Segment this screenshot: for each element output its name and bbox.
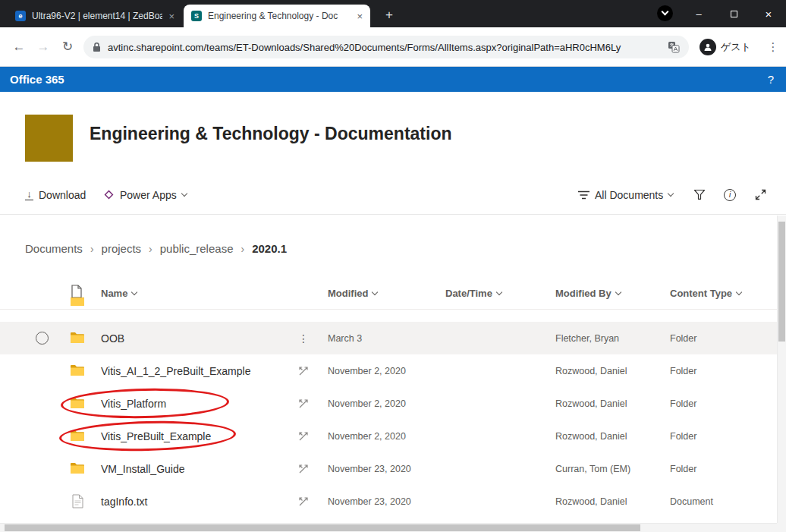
modified-by-value: Rozwood, Daniel xyxy=(555,420,627,452)
browser-navbar: ← → ↻ avtinc.sharepoint.com/teams/ET-Dow… xyxy=(0,27,786,67)
content-type-value: Folder xyxy=(670,322,696,354)
folder-icon xyxy=(70,332,85,344)
table-row[interactable]: Vitis_PreBuilt_Example November 2, 2020 … xyxy=(0,420,777,452)
window-close-button[interactable]: × xyxy=(751,0,786,27)
translate-icon[interactable] xyxy=(668,41,680,53)
breadcrumb-item-documents[interactable]: Documents xyxy=(25,242,83,255)
folder-icon xyxy=(70,430,85,442)
folder-name-link[interactable]: OOB xyxy=(101,322,124,354)
file-name-link[interactable]: tagInfo.txt xyxy=(101,485,147,518)
fullscreen-button[interactable] xyxy=(750,175,771,214)
vertical-scrollbar-thumb[interactable] xyxy=(778,222,785,342)
browser-titlebar: e Ultra96-V2 | element14 | ZedBoa × S En… xyxy=(0,0,786,27)
refresh-button[interactable]: ↻ xyxy=(56,27,79,66)
document-library: Documents › projects › public_release › … xyxy=(0,215,786,532)
back-button[interactable]: ← xyxy=(8,27,30,66)
text-file-icon xyxy=(72,494,83,508)
new-tab-button[interactable]: + xyxy=(379,5,399,25)
filter-button[interactable] xyxy=(689,175,710,214)
breadcrumb: Documents › projects › public_release › … xyxy=(25,242,287,255)
column-header-modified-by[interactable]: Modified By xyxy=(555,288,621,299)
column-header-modified[interactable]: Modified xyxy=(328,288,377,299)
chevron-down-icon xyxy=(662,8,669,16)
chevron-down-circle-button[interactable] xyxy=(657,5,673,21)
row-select-radio[interactable] xyxy=(36,332,49,345)
download-button[interactable]: ↓ Download xyxy=(25,175,86,214)
info-icon: i xyxy=(724,189,736,201)
modified-by-value: Rozwood, Daniel xyxy=(555,485,627,518)
horizontal-scrollbar-thumb[interactable] xyxy=(5,524,640,531)
sharepoint-favicon: S xyxy=(191,11,202,21)
modified-by-value: Fletcher, Bryan xyxy=(555,322,619,354)
browser-profile-button[interactable]: ゲスト xyxy=(700,36,751,58)
address-bar[interactable]: avtinc.sharepoint.com/teams/ET-Downloads… xyxy=(83,36,689,58)
modified-value: November 23, 2020 xyxy=(328,485,411,518)
breadcrumb-separator: › xyxy=(241,243,244,255)
window-minimize-button[interactable]: – xyxy=(681,0,716,27)
content-type-value: Folder xyxy=(670,354,696,387)
view-selector-button[interactable]: All Documents xyxy=(578,175,673,214)
power-apps-label: Power Apps xyxy=(120,189,177,201)
table-row[interactable]: Vitis_AI_1_2_PreBuilt_Example November 2… xyxy=(0,354,777,387)
folder-name-link[interactable]: Vitis_PreBuilt_Example xyxy=(101,420,211,452)
site-header: Engineering & Technology - Documentation xyxy=(0,92,786,175)
sharing-status-icon xyxy=(295,485,312,518)
breadcrumb-separator: › xyxy=(90,243,94,255)
page-title: Engineering & Technology - Documentation xyxy=(90,92,451,175)
chevron-down-icon xyxy=(496,289,502,295)
table-row[interactable]: tagInfo.txt November 23, 2020 Rozwood, D… xyxy=(0,485,777,518)
header-divider xyxy=(0,309,777,310)
content-type-value: Folder xyxy=(670,452,696,485)
window-maximize-button[interactable] xyxy=(716,0,751,27)
view-selector-label: All Documents xyxy=(595,189,663,201)
tab-title: Engineering & Technology - Doc xyxy=(208,11,351,21)
folder-icon xyxy=(70,364,85,376)
tab-close-icon[interactable]: × xyxy=(168,11,174,22)
column-header-name[interactable]: Name xyxy=(101,288,137,299)
breadcrumb-item-public-release[interactable]: public_release xyxy=(160,242,234,255)
avatar xyxy=(700,39,716,55)
breadcrumb-item-projects[interactable]: projects xyxy=(102,242,142,255)
office365-home-link[interactable]: Office 365 xyxy=(10,67,64,92)
column-header-datetime[interactable]: Date/Time xyxy=(445,288,501,299)
folder-name-link[interactable]: Vitis_AI_1_2_PreBuilt_Example xyxy=(101,354,250,387)
table-row[interactable]: Vitis_Platform November 2, 2020 Rozwood,… xyxy=(0,387,777,420)
breadcrumb-current: 2020.1 xyxy=(252,242,287,255)
modified-value: November 23, 2020 xyxy=(328,452,411,485)
modified-by-value: Curran, Tom (EM) xyxy=(555,452,630,485)
browser-tab-active[interactable]: S Engineering & Technology - Doc × xyxy=(184,5,370,27)
modified-by-value: Rozwood, Daniel xyxy=(555,354,627,387)
horizontal-scrollbar[interactable] xyxy=(0,523,777,532)
scrollbar-corner xyxy=(777,523,786,532)
chevron-down-icon xyxy=(131,289,137,295)
browser-menu-button[interactable]: ⋮ xyxy=(763,27,783,66)
breadcrumb-separator: › xyxy=(149,243,152,255)
row-more-actions-button[interactable]: ⋮ xyxy=(295,322,312,354)
table-row[interactable]: VM_Install_Guide November 23, 2020 Curra… xyxy=(0,452,777,485)
chevron-down-icon xyxy=(736,289,742,295)
chevron-down-icon xyxy=(615,289,621,295)
vertical-scrollbar[interactable] xyxy=(777,216,786,523)
folder-name-link[interactable]: Vitis_Platform xyxy=(101,387,166,420)
forward-button[interactable]: → xyxy=(32,27,55,66)
help-button[interactable]: ? xyxy=(768,67,774,92)
chevron-down-icon xyxy=(668,190,674,197)
modified-value: March 3 xyxy=(328,322,362,354)
power-apps-icon xyxy=(103,189,115,200)
content-type-value: Folder xyxy=(670,420,696,452)
modified-by-value: Rozwood, Daniel xyxy=(555,387,627,420)
tab-close-icon[interactable]: × xyxy=(357,11,363,22)
folder-icon xyxy=(70,462,85,474)
details-pane-button[interactable]: i xyxy=(719,175,740,214)
table-row[interactable]: OOB ⋮ March 3 Fletcher, Bryan Folder xyxy=(0,322,777,354)
chevron-down-icon xyxy=(372,289,378,295)
tab-title: Ultra96-V2 | element14 | ZedBoa xyxy=(32,11,162,21)
content-type-value: Document xyxy=(670,485,713,518)
column-header-content-type[interactable]: Content Type xyxy=(670,288,741,299)
site-logo[interactable] xyxy=(25,115,73,162)
browser-tab-inactive[interactable]: e Ultra96-V2 | element14 | ZedBoa × xyxy=(8,5,182,27)
folder-name-link[interactable]: VM_Install_Guide xyxy=(101,452,185,485)
power-apps-button[interactable]: Power Apps xyxy=(103,175,187,214)
chevron-down-icon xyxy=(181,190,187,197)
command-bar: ↓ Download Power Apps All Documents i xyxy=(0,175,786,215)
